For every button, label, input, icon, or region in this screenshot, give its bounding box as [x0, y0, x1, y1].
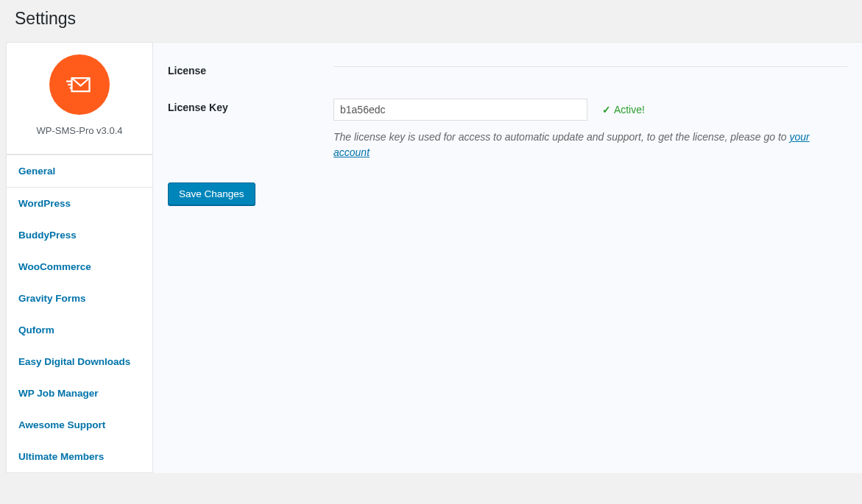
license-key-field: Active! The license key is used for acce… [333, 99, 847, 160]
license-help-prefix: The license key is used for access to au… [333, 131, 789, 143]
tab-ultimate-members[interactable]: Ultimate Members [7, 441, 152, 472]
submit-row: Save Changes [168, 182, 847, 205]
license-key-label: License Key [168, 99, 333, 113]
sidebar: WP-SMS-Pro v3.0.4 General WordPress Budd… [6, 42, 153, 473]
plugin-sms-icon [49, 54, 110, 115]
settings-tabs: General WordPress BuddyPress WooCommerce… [6, 155, 153, 473]
license-key-row: License Key Active! The license key is u… [168, 99, 847, 160]
tab-quform[interactable]: Quform [7, 314, 152, 346]
license-key-input[interactable] [333, 99, 587, 121]
tab-general[interactable]: General [7, 155, 152, 188]
license-status-active: Active! [602, 104, 645, 116]
tab-easy-digital-downloads[interactable]: Easy Digital Downloads [7, 346, 152, 377]
license-help-text: The license key is used for access to au… [333, 129, 847, 160]
tab-wordpress[interactable]: WordPress [7, 188, 152, 219]
tab-gravity-forms[interactable]: Gravity Forms [7, 283, 152, 314]
section-divider-wrap [333, 62, 847, 67]
save-changes-button[interactable]: Save Changes [168, 182, 255, 205]
main-wrapper: WP-SMS-Pro v3.0.4 General WordPress Budd… [0, 42, 862, 473]
page-header: Settings [0, 0, 862, 42]
plugin-card: WP-SMS-Pro v3.0.4 [6, 42, 153, 155]
section-heading: License [168, 62, 333, 77]
tab-buddypress[interactable]: BuddyPress [7, 219, 152, 251]
page-title: Settings [15, 9, 847, 29]
section-divider [333, 66, 847, 67]
plugin-name: WP-SMS-Pro v3.0.4 [14, 125, 145, 136]
tab-awesome-support[interactable]: Awesome Support [7, 409, 152, 441]
section-license-row: License [168, 62, 847, 77]
settings-content: License License Key Active! The license … [153, 42, 862, 473]
tab-woocommerce[interactable]: WooCommerce [7, 251, 152, 283]
tab-wp-job-manager[interactable]: WP Job Manager [7, 377, 152, 409]
form-table: License License Key Active! The license … [168, 62, 847, 205]
